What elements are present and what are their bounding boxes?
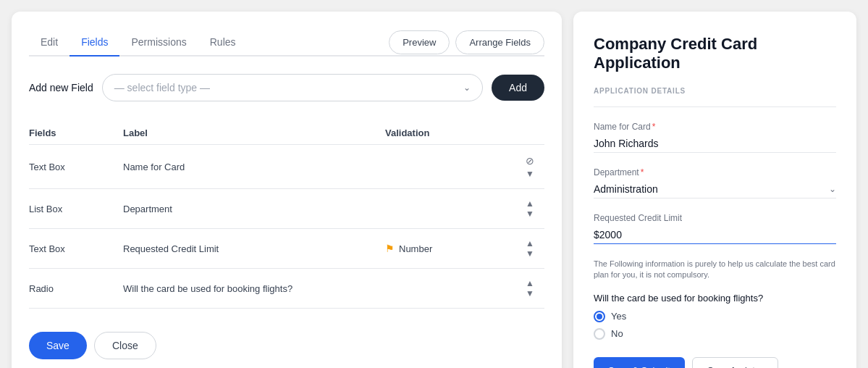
- col-header-fields: Fields: [29, 122, 123, 145]
- field-type-cell: Text Box: [29, 229, 123, 269]
- chevron-down-icon: ⌄: [463, 83, 471, 93]
- fields-table: Fields Label Validation Text Box Name fo…: [29, 122, 544, 309]
- field-label-cell: Will the card be used for booking flight…: [123, 269, 385, 309]
- radio-no[interactable]: No: [594, 328, 836, 340]
- field-type-cell: List Box: [29, 189, 123, 229]
- tab-actions: Preview Arrange Fields: [389, 30, 544, 54]
- field-label-cell: Name for Card: [123, 145, 385, 189]
- field-type-cell: Text Box: [29, 145, 123, 189]
- move-up-icon[interactable]: ▲: [526, 199, 534, 208]
- form-title: Company Credit Card Application: [594, 35, 836, 72]
- field-type-placeholder: — select field type —: [114, 82, 210, 93]
- save-button[interactable]: Save: [29, 332, 87, 359]
- credit-limit-label: Requested Credit Limit: [594, 213, 836, 223]
- move-down-icon[interactable]: ▼: [526, 289, 534, 298]
- add-field-row: Add new Field — select field type — ⌄ Ad…: [29, 74, 544, 101]
- col-header-validation: Validation: [385, 122, 515, 145]
- row-actions: ⊘ ▼: [515, 155, 544, 178]
- credit-limit-field: Requested Credit Limit: [594, 213, 836, 244]
- flag-icon: ⚑: [385, 243, 395, 254]
- field-validation-cell: ⚑ Number: [385, 229, 515, 269]
- footer-actions: Save Close: [29, 332, 544, 359]
- main-container: Edit Fields Permissions Rules Preview Ar…: [12, 12, 856, 368]
- field-validation-cell: [385, 269, 515, 309]
- field-actions-cell: ▲ ▼: [515, 229, 544, 269]
- table-row: Text Box Name for Card ⊘ ▼: [29, 145, 544, 189]
- tab-fields[interactable]: Fields: [69, 29, 119, 55]
- col-header-actions: [515, 122, 544, 145]
- move-up-icon[interactable]: ▲: [526, 279, 534, 288]
- preview-button[interactable]: Preview: [389, 30, 450, 54]
- radio-yes[interactable]: Yes: [594, 311, 836, 322]
- right-panel: Company Credit Card Application APPLICAT…: [573, 12, 856, 368]
- tab-rules[interactable]: Rules: [198, 29, 248, 55]
- field-validation-cell: [385, 189, 515, 229]
- required-indicator: *: [652, 122, 656, 132]
- table-row: Text Box Requested Credit Limit ⚑ Number…: [29, 229, 544, 269]
- name-for-card-input[interactable]: [594, 135, 836, 153]
- arrange-fields-button[interactable]: Arrange Fields: [455, 30, 544, 54]
- field-actions-cell: ▲ ▼: [515, 189, 544, 229]
- section-divider: [594, 106, 836, 107]
- row-actions: ▲ ▼: [515, 199, 544, 218]
- add-field-label: Add new Field: [29, 82, 93, 93]
- validation-badge: ⚑ Number: [385, 243, 432, 254]
- radio-no-indicator: [594, 328, 605, 340]
- left-panel: Edit Fields Permissions Rules Preview Ar…: [12, 12, 562, 368]
- field-actions-cell: ▲ ▼: [515, 269, 544, 309]
- field-label-cell: Department: [123, 189, 385, 229]
- field-label-cell: Requested Credit Limit: [123, 229, 385, 269]
- name-for-card-label: Name for Card*: [594, 122, 836, 132]
- chevron-down-icon: ⌄: [829, 184, 836, 194]
- radio-yes-label: Yes: [611, 311, 626, 322]
- row-actions: ▲ ▼: [515, 239, 544, 258]
- ban-icon[interactable]: ⊘: [526, 155, 534, 167]
- col-header-label: Label: [123, 122, 385, 145]
- field-type-select[interactable]: — select field type — ⌄: [102, 74, 483, 101]
- name-for-card-field: Name for Card*: [594, 122, 836, 153]
- field-type-cell: Radio: [29, 269, 123, 309]
- add-field-button[interactable]: Add: [492, 75, 544, 101]
- save-later-button[interactable]: Save for later: [692, 357, 778, 368]
- department-select[interactable]: Administration ⌄: [594, 180, 836, 198]
- radio-dot: [597, 314, 602, 319]
- table-row: Radio Will the card be used for booking …: [29, 269, 544, 309]
- validation-label: Number: [399, 243, 432, 254]
- radio-group-label: Will the card be used for booking flight…: [594, 293, 836, 304]
- save-submit-button[interactable]: Save & Submit: [594, 357, 685, 368]
- department-field: Department* Administration ⌄: [594, 167, 836, 198]
- move-down-icon[interactable]: ▼: [526, 170, 534, 178]
- move-down-icon[interactable]: ▼: [526, 209, 534, 218]
- hint-text: The Following information is purely to h…: [594, 259, 836, 281]
- move-down-icon[interactable]: ▼: [526, 249, 534, 258]
- radio-yes-indicator: [594, 311, 605, 322]
- table-row: List Box Department ▲ ▼: [29, 189, 544, 229]
- form-buttons: Save & Submit Save for later: [594, 357, 836, 368]
- required-indicator: *: [641, 167, 644, 177]
- move-up-icon[interactable]: ▲: [526, 239, 534, 248]
- tabs-bar: Edit Fields Permissions Rules Preview Ar…: [29, 29, 544, 57]
- tab-edit[interactable]: Edit: [29, 29, 69, 55]
- close-button[interactable]: Close: [94, 332, 156, 359]
- row-actions: ▲ ▼: [515, 279, 544, 298]
- department-label: Department*: [594, 167, 836, 177]
- field-actions-cell: ⊘ ▼: [515, 145, 544, 189]
- field-validation-cell: [385, 145, 515, 189]
- credit-limit-input[interactable]: [594, 226, 836, 244]
- tab-permissions[interactable]: Permissions: [119, 29, 198, 55]
- section-label: APPLICATION DETAILS: [594, 87, 836, 95]
- department-value: Administration: [594, 183, 658, 195]
- radio-no-label: No: [611, 328, 623, 339]
